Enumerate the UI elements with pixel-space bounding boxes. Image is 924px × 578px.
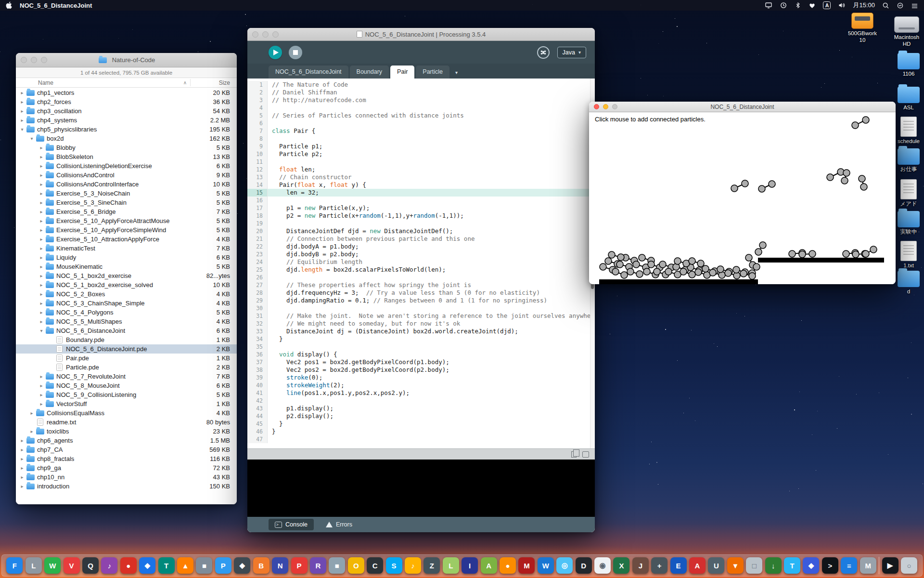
apple-menu-icon[interactable] bbox=[6, 1, 12, 9]
disclosure-triangle[interactable]: ▸ bbox=[38, 154, 45, 159]
disclosure-triangle[interactable]: ▸ bbox=[19, 474, 26, 480]
disclosure-triangle[interactable]: ▸ bbox=[38, 310, 45, 315]
dock-royal-app-icon[interactable]: E bbox=[670, 557, 687, 574]
code-line[interactable]: 2// Daniel Shiffman bbox=[247, 89, 595, 96]
code-line[interactable]: 6 bbox=[247, 119, 595, 127]
disclosure-triangle[interactable]: ▸ bbox=[38, 264, 45, 269]
code-line[interactable]: 17 p1 = new Particle(x,y); bbox=[247, 204, 595, 212]
code-line[interactable]: 4 bbox=[247, 104, 595, 112]
dock-player-app-icon[interactable]: ▶ bbox=[882, 557, 898, 574]
errors-tab[interactable]: Errors bbox=[320, 519, 359, 530]
code-line[interactable]: 39 stroke(0); bbox=[247, 374, 595, 381]
disclosure-triangle[interactable]: ▸ bbox=[38, 291, 45, 297]
debug-button[interactable] bbox=[537, 46, 550, 59]
code-line[interactable]: 25 djd.length = box2d.scalarPixelsToWorl… bbox=[247, 266, 595, 274]
code-line[interactable]: 15 len = 32; bbox=[247, 189, 595, 197]
sketch-canvas[interactable]: Click mouse to add connected particles. bbox=[589, 112, 896, 284]
file-row[interactable]: ▸NOC_5_1_box2d_exercise_solved10 KB bbox=[16, 280, 237, 289]
editor-tab[interactable]: Pair bbox=[390, 66, 414, 79]
code-line[interactable]: 47 bbox=[247, 435, 595, 443]
editor-tab[interactable]: Boundary bbox=[350, 66, 389, 79]
code-line[interactable]: 22 djd.bodyA = p1.body; bbox=[247, 243, 595, 250]
code-line[interactable]: 31 // Make the joint. Note we aren't sto… bbox=[247, 312, 595, 320]
file-row[interactable]: ▸NOC_5_5_MultiShapes4 KB bbox=[16, 317, 237, 326]
dock-teal-app-icon[interactable]: T bbox=[158, 557, 175, 574]
file-row[interactable]: ▸chp3_oscillation54 KB bbox=[16, 106, 237, 116]
disclosure-triangle[interactable]: ▸ bbox=[38, 282, 45, 288]
file-row[interactable]: ▸BlobSkeleton13 KB bbox=[16, 152, 237, 161]
file-row[interactable]: ▸VectorStuff1 KB bbox=[16, 399, 237, 408]
file-row[interactable]: ▸toxiclibs23 KB bbox=[16, 427, 237, 436]
code-line[interactable]: 7class Pair { bbox=[247, 127, 595, 135]
dock-music-icon[interactable]: ♪ bbox=[101, 557, 117, 574]
disclosure-triangle[interactable]: ▸ bbox=[38, 383, 45, 388]
code-line[interactable]: 10 Particle p2; bbox=[247, 150, 595, 158]
code-line[interactable]: 34 } bbox=[247, 335, 595, 343]
disclosure-triangle[interactable]: ▸ bbox=[28, 429, 35, 434]
dock-pdf-app-icon[interactable]: P bbox=[291, 557, 308, 574]
siri-icon[interactable] bbox=[897, 2, 904, 9]
dock-blender-icon[interactable]: B bbox=[253, 557, 270, 574]
disclosure-triangle[interactable]: ▸ bbox=[28, 410, 35, 416]
notification-center-icon[interactable] bbox=[911, 2, 918, 9]
file-row[interactable]: ▸MouseKinematic5 KB bbox=[16, 262, 237, 271]
file-row[interactable]: ▸chp6_agents1.5 MB bbox=[16, 436, 237, 445]
file-row[interactable]: ▸Exercise_5_10_AttractionApplyForce4 KB bbox=[16, 235, 237, 244]
file-row[interactable]: ▸NOC_5_1_box2d_exercise82...ytes bbox=[16, 271, 237, 280]
code-line[interactable]: 44 p2.display(); bbox=[247, 412, 595, 420]
mode-selector[interactable]: Java ▾ bbox=[557, 47, 586, 58]
file-row[interactable]: ▸NOC_5_3_ChainShape_Simple4 KB bbox=[16, 299, 237, 308]
column-header-name[interactable]: Name bbox=[16, 79, 53, 86]
code-line[interactable]: 27 // These properties affect how spring… bbox=[247, 281, 595, 289]
file-row[interactable]: ▾chp5_physicslibraries195 KB bbox=[16, 125, 237, 134]
close-button[interactable] bbox=[252, 31, 258, 38]
file-row[interactable]: ▸Exercise_5_10_ApplyForceSimpleWind5 KB bbox=[16, 225, 237, 235]
file-row[interactable]: ▸Blobby5 KB bbox=[16, 143, 237, 152]
code-line[interactable]: 13 // Chain constructor bbox=[247, 173, 595, 181]
dock-blue-app-icon[interactable]: ◆ bbox=[139, 557, 155, 574]
file-row[interactable]: ▸CollisionListeningDeletionExercise6 KB bbox=[16, 161, 237, 171]
file-row[interactable]: ▸introduction150 KB bbox=[16, 482, 237, 491]
file-row[interactable]: ▸Exercise_5_10_ApplyForceAttractMouse5 K… bbox=[16, 216, 237, 225]
file-row[interactable]: readme.txt80 bytes bbox=[16, 418, 237, 427]
dock-orange2-app-icon[interactable]: ▼ bbox=[727, 557, 744, 574]
code-line[interactable]: 35 bbox=[247, 343, 595, 351]
dock-slate2-app-icon[interactable]: U bbox=[708, 557, 724, 574]
disclosure-triangle[interactable]: ▸ bbox=[38, 200, 45, 205]
code-line[interactable]: 29 djd.dampingRatio = 0.1; // Ranges bet… bbox=[247, 297, 595, 304]
zoom-button[interactable] bbox=[41, 57, 47, 63]
disclosure-triangle[interactable]: ▸ bbox=[38, 163, 45, 169]
dock-vivaldi-icon[interactable]: V bbox=[64, 557, 80, 574]
disclosure-triangle[interactable]: ▾ bbox=[28, 136, 35, 141]
menu-clock[interactable]: 月15:00 bbox=[853, 1, 875, 10]
dock-mail-app-icon[interactable]: M bbox=[860, 557, 876, 574]
code-line[interactable]: 8 bbox=[247, 135, 595, 143]
disclosure-triangle[interactable]: ▸ bbox=[38, 273, 45, 278]
dock-indigo-app-icon[interactable]: I bbox=[462, 557, 478, 574]
file-row[interactable]: ▸chp4_systems2.2 MB bbox=[16, 116, 237, 125]
disclosure-triangle[interactable]: ▸ bbox=[19, 99, 26, 105]
disclosure-triangle[interactable]: ▸ bbox=[38, 172, 45, 178]
disclosure-triangle[interactable]: ▸ bbox=[19, 456, 26, 461]
close-button[interactable] bbox=[594, 104, 599, 109]
console-output[interactable] bbox=[247, 460, 595, 517]
code-line[interactable]: 5// Series of Particles connected with d… bbox=[247, 112, 595, 119]
file-row[interactable]: ▸Exercise_5_6_Bridge7 KB bbox=[16, 207, 237, 216]
dock-vlc-icon[interactable]: ▲ bbox=[177, 557, 193, 574]
zoom-button[interactable] bbox=[612, 104, 617, 109]
dock-audio-app-icon[interactable]: ♪ bbox=[405, 557, 421, 574]
code-line[interactable]: 18 p2 = new Particle(x+random(-1,1),y+ra… bbox=[247, 212, 595, 220]
stop-button[interactable] bbox=[289, 46, 302, 59]
code-line[interactable]: 3// http://natureofcode.com bbox=[247, 96, 595, 104]
code-line[interactable]: 12 float len; bbox=[247, 166, 595, 173]
dock-graphite-app-icon[interactable]: + bbox=[651, 557, 667, 574]
disclosure-triangle[interactable]: ▸ bbox=[38, 191, 45, 196]
dock-excel-app-icon[interactable]: X bbox=[613, 557, 629, 574]
dock-pages-icon[interactable]: P bbox=[215, 557, 231, 574]
code-editor[interactable]: 1// The Nature of Code2// Daniel Shiffma… bbox=[247, 79, 595, 448]
dock-purple-app-icon[interactable]: R bbox=[310, 557, 326, 574]
file-row[interactable]: ▸KinematicTest7 KB bbox=[16, 244, 237, 253]
disclosure-triangle[interactable]: ▾ bbox=[19, 127, 26, 132]
code-line[interactable]: 24 // Equilibrium length bbox=[247, 258, 595, 266]
disclosure-triangle[interactable]: ▸ bbox=[38, 236, 45, 242]
